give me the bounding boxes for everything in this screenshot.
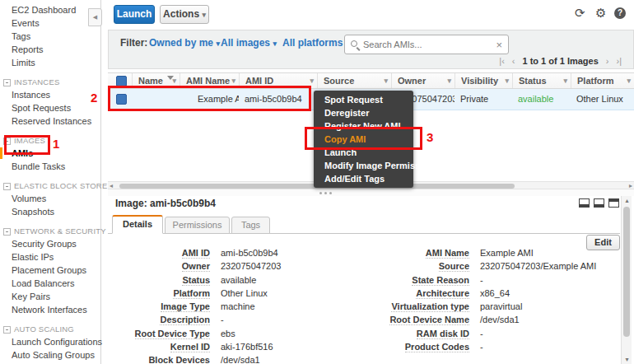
sidebar-collapse-toggle[interactable]: ◀ (88, 8, 102, 26)
sidebar-item-security-groups[interactable]: Security Groups (0, 237, 100, 250)
chevron-down-icon: ▾ (273, 40, 277, 48)
refresh-icon[interactable]: ⟳ (575, 7, 585, 20)
collapse-section-icon[interactable] (3, 326, 11, 334)
detail-value: machine (221, 301, 255, 311)
column-label: AMI ID (245, 76, 273, 86)
row-platform-cell: Other Linux (571, 89, 634, 110)
last-page-icon[interactable]: ›| (616, 56, 622, 66)
detail-label: RAM disk ID (362, 329, 469, 338)
menu-item-modify-image-permissions[interactable]: Modify Image Permissions (314, 159, 413, 172)
sort-caret-icon[interactable]: ▾ (447, 73, 451, 88)
detail-value: - (480, 342, 483, 352)
actions-button[interactable]: Actions ▾ (160, 5, 209, 24)
sidebar-item-placement-groups[interactable]: Placement Groups (0, 264, 100, 277)
detail-value: Other Linux (221, 288, 268, 298)
sort-caret-icon[interactable]: ▾ (505, 73, 509, 88)
sort-caret-icon[interactable]: ▾ (563, 73, 567, 88)
detail-label: Description (112, 315, 210, 324)
menu-item-add-edit-tags[interactable]: Add/Edit Tags (314, 172, 413, 185)
sidebar-item-tags[interactable]: Tags (0, 30, 100, 43)
clear-search-icon[interactable]: × (496, 39, 502, 51)
detail-value: /dev/sda1 (221, 355, 260, 364)
sidebar-item-reports[interactable]: Reports (0, 43, 100, 56)
sidebar-item-snapshots[interactable]: Snapshots (0, 205, 100, 218)
sort-caret-icon[interactable]: ▾ (172, 73, 176, 88)
sort-caret-icon[interactable]: ▾ (310, 73, 314, 88)
collapse-section-icon[interactable] (3, 138, 11, 145)
all-images-filter[interactable]: All images ▾ (221, 37, 277, 49)
sidebar-item-instances[interactable]: Instances (0, 88, 100, 101)
sort-caret-icon[interactable]: ▾ (384, 73, 388, 88)
column-header-visibility[interactable]: Visibility▾ (455, 73, 512, 88)
menu-item-launch[interactable]: Launch (314, 146, 413, 159)
sidebar-item-label: AMIs (12, 148, 33, 158)
menu-item-register-new-ami[interactable]: Register New AMI (314, 119, 413, 133)
sidebar-item-launch-configurations[interactable]: Launch Configurations (0, 335, 100, 348)
menu-item-copy-ami[interactable]: Copy AMI (314, 133, 413, 146)
sidebar-item-limits[interactable]: Limits (0, 56, 100, 69)
column-header-ami-name[interactable]: AMI Name▾ (179, 73, 239, 88)
collapse-section-icon[interactable] (3, 228, 11, 236)
pane-layout-bottom-icon[interactable] (579, 198, 590, 208)
menu-item-spot-request[interactable]: Spot Request (314, 93, 413, 106)
filter-value: All platforms (282, 37, 343, 49)
pane-splitter[interactable] (108, 189, 634, 196)
prev-page-icon[interactable]: ‹ (512, 56, 515, 66)
sidebar-item-load-balancers[interactable]: Load Balancers (0, 277, 100, 290)
pane-layout-top-icon[interactable] (608, 198, 619, 208)
first-page-icon[interactable]: |‹ (499, 56, 505, 66)
column-header-name[interactable]: Name ▾ (132, 73, 179, 88)
column-header-status[interactable]: Status▾ (512, 73, 571, 88)
scroll-left-icon[interactable]: ◂ (110, 182, 113, 189)
collapse-section-icon[interactable] (3, 79, 11, 86)
help-icon[interactable]: ? (614, 7, 626, 19)
tab-details[interactable]: Details (112, 215, 163, 234)
row-status-cell: available (512, 89, 571, 110)
column-header-owner[interactable]: Owner▾ (391, 73, 455, 88)
row-checkbox[interactable] (116, 94, 127, 105)
select-all-checkbox[interactable] (116, 76, 127, 86)
pane-layout-split-icon[interactable] (594, 198, 604, 208)
tab-tags[interactable]: Tags (231, 217, 270, 234)
sidebar-item-elastic-ips[interactable]: Elastic IPs (0, 250, 100, 264)
menu-item-deregister[interactable]: Deregister (314, 106, 413, 119)
sidebar-item-events[interactable]: Events (0, 16, 100, 30)
sidebar-item-ec2-dashboard[interactable]: EC2 Dashboard (0, 3, 100, 16)
next-page-icon[interactable]: › (606, 56, 609, 66)
sidebar-item-amis[interactable]: AMIs (0, 147, 100, 160)
actions-label: Actions (163, 8, 199, 20)
column-header-source[interactable]: Source▾ (317, 73, 391, 88)
sort-caret-icon[interactable]: ▾ (627, 73, 631, 88)
scroll-up-icon[interactable]: ▴ (622, 197, 632, 204)
sidebar-item-key-pairs[interactable]: Key Pairs (0, 290, 100, 303)
search-input[interactable] (363, 38, 487, 51)
detail-value: ami-b5c0b9b4 (221, 248, 278, 258)
detail-label: Owner (112, 261, 210, 271)
sidebar-item-network-interfaces[interactable]: Network Interfaces (0, 303, 100, 316)
sidebar-section-auto-scaling: AUTO SCALING (0, 324, 100, 335)
sidebar-item-spot-requests[interactable]: Spot Requests (0, 101, 100, 114)
column-label: Platform (577, 76, 614, 86)
sidebar-item-reserved-instances[interactable]: Reserved Instances (0, 114, 100, 128)
column-label: Status (519, 76, 547, 86)
sidebar-item-bundle-tasks[interactable]: Bundle Tasks (0, 160, 100, 173)
column-header-platform[interactable]: Platform▾ (571, 73, 634, 88)
sort-caret-icon[interactable]: ▾ (231, 73, 235, 88)
tab-permissions[interactable]: Permissions (165, 217, 230, 234)
scroll-down-icon[interactable]: ▾ (622, 356, 632, 363)
all-platforms-filter[interactable]: All platforms ▾ (282, 37, 349, 49)
owned-by-me-filter[interactable]: Owned by me ▾ (149, 37, 220, 49)
launch-button[interactable]: Launch (114, 5, 155, 24)
detail-label: Source (362, 261, 469, 271)
gear-icon[interactable]: ⚙ (595, 7, 606, 20)
collapse-section-icon[interactable] (3, 183, 11, 190)
sidebar-item-volumes[interactable]: Volumes (0, 192, 100, 205)
pane-layout-controls (579, 198, 619, 208)
column-header-ami-id[interactable]: AMI ID▾ (239, 73, 317, 88)
detail-label: Image Type (112, 301, 210, 311)
sidebar-section-label: NETWORK & SECURITY (14, 226, 106, 237)
detail-label: Block Devices (112, 355, 210, 364)
scroll-right-icon[interactable]: ▸ (629, 182, 632, 189)
sidebar-item-auto-scaling-groups[interactable]: Auto Scaling Groups (0, 348, 100, 362)
sidebar-section-instances: INSTANCES (0, 77, 100, 88)
